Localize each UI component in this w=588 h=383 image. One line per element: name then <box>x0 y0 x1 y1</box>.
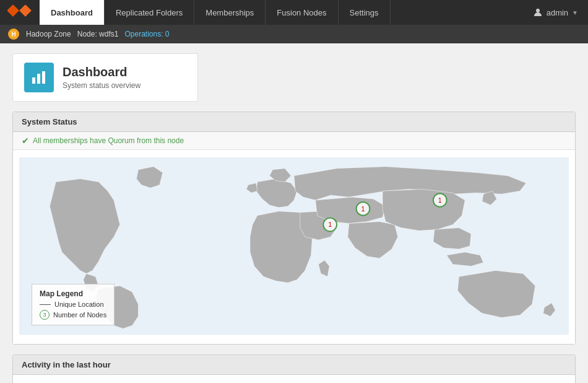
bar-chart-icon <box>30 69 48 86</box>
system-status-panel: System Status ✔ All memberships have Quo… <box>12 112 576 345</box>
dashboard-header-card: Dashboard System status overview <box>12 53 198 102</box>
system-status-body: ✔ All memberships have Quorum from this … <box>13 132 575 344</box>
dashboard-title: Dashboard <box>63 65 141 79</box>
svg-text:H: H <box>11 31 15 38</box>
logo <box>0 0 40 25</box>
legend-nodes-label: Number of Nodes <box>53 311 106 319</box>
tab-settings[interactable]: Settings <box>339 0 391 25</box>
tab-dashboard[interactable]: Dashboard <box>40 0 105 25</box>
activity-panel-body: 0 Data transferred 0 Files modified 0 Fa… <box>13 375 575 383</box>
hadoop-icon: H <box>7 28 20 40</box>
svg-point-2 <box>536 9 540 12</box>
map-container: 1 1 1 Map Legend Unique Location <box>13 150 575 344</box>
svg-rect-5 <box>32 77 35 84</box>
quorum-message: All memberships have Quorum from this no… <box>33 136 184 145</box>
activity-panel-header: Activity in the last hour <box>13 355 575 375</box>
svg-rect-7 <box>42 71 45 84</box>
legend-circle: 3 <box>40 310 50 320</box>
activity-stats: 0 Data transferred 0 Files modified 0 Fa… <box>13 375 575 383</box>
dashboard-icon-box <box>24 63 54 92</box>
svg-text:1: 1 <box>438 196 442 204</box>
legend-title: Map Legend <box>40 289 106 298</box>
nav-tabs: Dashboard Replicated Folders Memberships… <box>40 0 391 25</box>
svg-rect-0 <box>7 5 19 17</box>
svg-text:1: 1 <box>361 205 365 213</box>
legend-number-nodes: 3 Number of Nodes <box>40 310 106 320</box>
user-label: admin <box>547 8 568 17</box>
svg-text:1: 1 <box>328 221 332 228</box>
quorum-bar: ✔ All memberships have Quorum from this … <box>13 132 575 150</box>
node-label: Node: wdfs1 <box>77 30 119 38</box>
system-status-header: System Status <box>13 112 575 132</box>
tab-memberships[interactable]: Memberships <box>194 0 266 25</box>
user-dropdown-arrow[interactable]: ▼ <box>572 9 578 16</box>
sub-bar: H Hadoop Zone Node: wdfs1 Operations: 0 <box>0 25 588 43</box>
map-legend: Map Legend Unique Location 3 Number of N… <box>32 284 115 325</box>
operations-label[interactable]: Operations: 0 <box>124 30 169 38</box>
main-content: Dashboard System status overview System … <box>0 43 588 383</box>
zone-label: Hadoop Zone <box>26 30 71 38</box>
legend-unique-label: Unique Location <box>54 301 104 308</box>
tab-fusion-nodes[interactable]: Fusion Nodes <box>266 0 338 25</box>
check-icon: ✔ <box>22 136 29 146</box>
nav-user-area: admin ▼ <box>523 0 588 25</box>
legend-unique-location: Unique Location <box>40 301 106 308</box>
legend-line <box>40 304 51 305</box>
svg-rect-1 <box>19 5 32 17</box>
dashboard-header-text: Dashboard System status overview <box>63 65 141 90</box>
activity-panel: Activity in the last hour 0 Data transfe… <box>12 354 576 383</box>
dashboard-subtitle: System status overview <box>63 81 141 90</box>
tab-replicated-folders[interactable]: Replicated Folders <box>105 0 194 25</box>
top-navigation: Dashboard Replicated Folders Memberships… <box>0 0 588 25</box>
svg-rect-6 <box>37 74 40 84</box>
user-icon <box>533 7 543 17</box>
